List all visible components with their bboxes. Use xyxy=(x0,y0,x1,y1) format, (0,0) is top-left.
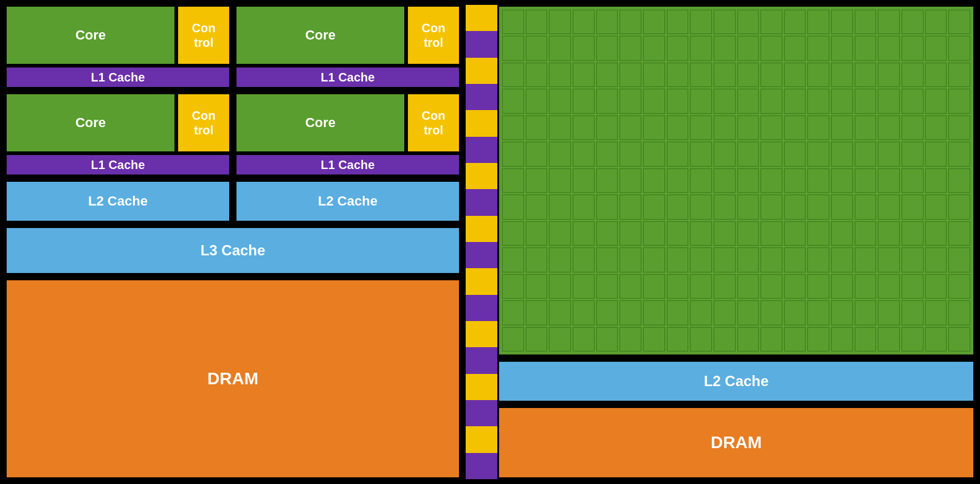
gpu-core-cell xyxy=(831,10,853,34)
gpu-core-cell xyxy=(643,274,665,299)
l1-cache-2: L1 Cache xyxy=(235,66,461,89)
gpu-core-cell xyxy=(948,327,970,351)
gpu-core-cell xyxy=(807,36,829,60)
gpu-core-cell xyxy=(784,10,806,34)
left-dram: DRAM xyxy=(5,278,461,479)
gpu-core-cell xyxy=(761,274,782,299)
gpu-core-cell xyxy=(549,327,571,351)
gpu-core-cell xyxy=(855,195,877,219)
gpu-core-cell xyxy=(643,10,665,34)
gpu-core-cell xyxy=(549,247,571,272)
gpu-core-cell xyxy=(831,63,853,87)
gpu-core-cell xyxy=(690,36,712,60)
gpu-core-cell xyxy=(807,116,829,140)
gpu-core-cell xyxy=(807,63,829,87)
stripe-10 xyxy=(466,268,497,294)
stripe-11 xyxy=(466,295,497,321)
gpu-cores-grid xyxy=(497,5,975,356)
stripe-7 xyxy=(466,189,497,215)
gpu-core-cell xyxy=(667,327,689,351)
gpu-core-cell xyxy=(855,89,877,113)
gpu-core-cell xyxy=(925,36,947,60)
gpu-core-cell xyxy=(878,116,900,140)
core-top-3: Core Con trol xyxy=(5,92,231,153)
gpu-core-cell xyxy=(737,300,759,325)
gpu-core-cell xyxy=(690,195,712,219)
gpu-core-cell xyxy=(878,195,900,219)
stripe-12 xyxy=(466,321,497,347)
gpu-core-cell xyxy=(784,142,806,166)
gpu-core-cell xyxy=(855,10,877,34)
gpu-core-cell xyxy=(784,36,806,60)
gpu-core-cell xyxy=(573,63,595,87)
gpu-core-cell xyxy=(855,63,877,87)
gpu-core-cell xyxy=(807,247,829,272)
gpu-core-cell xyxy=(831,221,853,246)
gpu-core-cell xyxy=(855,36,877,60)
gpu-core-cell xyxy=(925,89,947,113)
gpu-core-cell xyxy=(596,274,618,299)
gpu-core-cell xyxy=(761,221,782,246)
gpu-core-cell xyxy=(831,274,853,299)
gpu-core-cell xyxy=(667,247,689,272)
gpu-core-cell xyxy=(549,36,571,60)
core-top-4: Core Con trol xyxy=(235,92,461,153)
gpu-core-cell xyxy=(549,195,571,219)
stripe-2 xyxy=(466,58,497,84)
cpu-core-pair-2: Core Con trol L1 Cache xyxy=(235,5,461,89)
gpu-core-cell xyxy=(596,10,618,34)
gpu-core-cell xyxy=(761,195,782,219)
gpu-core-cell xyxy=(573,195,595,219)
gpu-core-cell xyxy=(714,247,736,272)
gpu-core-cell xyxy=(925,116,947,140)
gpu-core-cell xyxy=(526,10,548,34)
gpu-core-cell xyxy=(714,274,736,299)
stripe-8 xyxy=(466,216,497,242)
gpu-core-cell xyxy=(948,221,970,246)
gpu-core-cell xyxy=(502,300,524,325)
gpu-core-cell xyxy=(831,300,853,325)
gpu-core-cell xyxy=(619,327,641,351)
gpu-core-cell xyxy=(573,116,595,140)
gpu-core-cell xyxy=(596,327,618,351)
gpu-core-cell xyxy=(948,195,970,219)
gpu-core-cell xyxy=(784,195,806,219)
gpu-core-cell xyxy=(619,142,641,166)
gpu-core-cell xyxy=(925,10,947,34)
cpu-core-row-2: Core Con trol L1 Cache Core Con trol xyxy=(5,92,461,176)
cpu-core-2: Core xyxy=(235,5,406,66)
gpu-core-cell xyxy=(902,89,923,113)
gpu-core-cell xyxy=(643,221,665,246)
gpu-core-cell xyxy=(690,221,712,246)
gpu-core-cell xyxy=(878,247,900,272)
gpu-core-cell xyxy=(643,63,665,87)
gpu-core-cell xyxy=(714,116,736,140)
stripe-6 xyxy=(466,163,497,189)
cpu-core-pair-4: Core Con trol L1 Cache xyxy=(235,92,461,176)
gpu-core-cell xyxy=(596,195,618,219)
gpu-core-cell xyxy=(619,36,641,60)
gpu-core-cell xyxy=(925,327,947,351)
gpu-core-cell xyxy=(902,195,923,219)
gpu-core-cell xyxy=(714,300,736,325)
gpu-core-cell xyxy=(573,142,595,166)
core-top-2: Core Con trol xyxy=(235,5,461,66)
gpu-core-cell xyxy=(502,36,524,60)
cpu-core-1: Core xyxy=(5,5,176,66)
gpu-core-cell xyxy=(643,327,665,351)
gpu-core-cell xyxy=(619,300,641,325)
gpu-core-cell xyxy=(714,168,736,193)
gpu-core-cell xyxy=(925,142,947,166)
gpu-core-cell xyxy=(643,195,665,219)
gpu-core-cell xyxy=(925,195,947,219)
gpu-core-cell xyxy=(925,274,947,299)
gpu-core-cell xyxy=(526,221,548,246)
gpu-core-cell xyxy=(502,274,524,299)
gpu-core-cell xyxy=(690,10,712,34)
gpu-core-cell xyxy=(855,300,877,325)
gpu-core-cell xyxy=(855,116,877,140)
gpu-core-cell xyxy=(573,10,595,34)
stripe-16 xyxy=(466,426,497,452)
gpu-core-cell xyxy=(502,247,524,272)
gpu-core-cell xyxy=(526,36,548,60)
